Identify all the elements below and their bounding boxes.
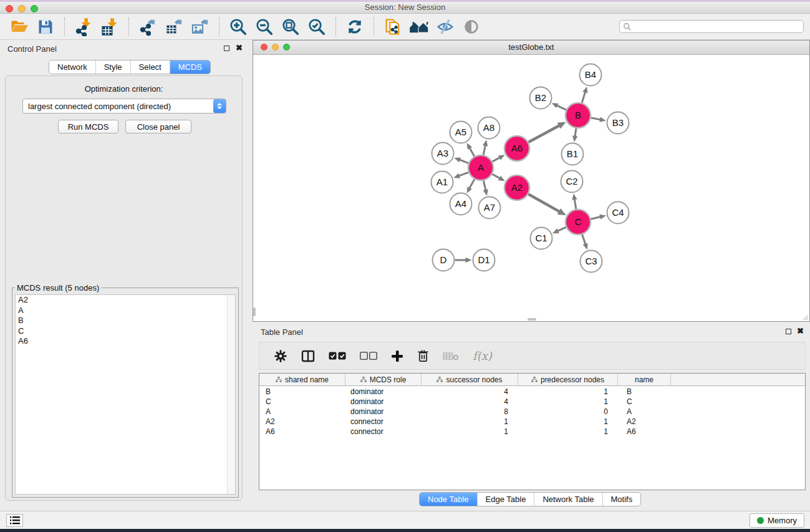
graph-edge[interactable] [528, 194, 560, 212]
graph-edge[interactable] [483, 181, 486, 191]
graph-node-B2[interactable]: B2 [530, 87, 552, 109]
table-row[interactable]: A2connector11A2 [259, 417, 805, 427]
column-header-shared-name[interactable]: shared name [259, 374, 345, 385]
table-cell[interactable]: 8 [422, 407, 518, 417]
graph-node-A[interactable]: A [468, 155, 493, 180]
graph-node-B3[interactable]: B3 [607, 112, 629, 134]
tab-node-table[interactable]: Node Table [420, 493, 477, 506]
split-view-icon[interactable] [301, 347, 315, 365]
tab-edge-table[interactable]: Edge Table [477, 493, 534, 506]
control-panel-close-icon[interactable]: ✖ [236, 45, 243, 51]
table-cell[interactable]: C [618, 397, 671, 407]
graph-node-A2[interactable]: A2 [504, 175, 529, 200]
graph-edge[interactable] [557, 227, 566, 231]
graph-node-A7[interactable]: A7 [479, 197, 501, 219]
delete-column-icon[interactable] [417, 347, 429, 365]
close-window-button[interactable] [6, 5, 13, 12]
criterion-dropdown[interactable]: largest connected component (directed) [22, 99, 226, 114]
zoom-in-icon[interactable] [228, 17, 248, 37]
import-table-icon[interactable] [100, 17, 120, 37]
graph-edge[interactable] [591, 216, 601, 219]
table-settings-icon[interactable] [274, 347, 287, 365]
table-cell[interactable]: 1 [518, 397, 618, 407]
graph-node-C4[interactable]: C4 [607, 202, 629, 224]
graph-node-A4[interactable]: A4 [450, 193, 472, 215]
graph-edge[interactable] [591, 118, 601, 120]
mcds-result-list[interactable]: A2ABCA6 [15, 294, 236, 495]
zoom-out-icon[interactable] [254, 17, 274, 37]
table-panel-float-icon[interactable] [786, 329, 791, 334]
graph-edge[interactable] [469, 179, 475, 189]
graph-edge[interactable] [574, 198, 576, 209]
tab-network[interactable]: Network [49, 60, 95, 74]
graph-edge[interactable] [582, 235, 586, 245]
column-header-predecessor-nodes[interactable]: predecessor nodes [518, 374, 618, 385]
result-item[interactable]: C [16, 326, 235, 337]
graph-node-B1[interactable]: B1 [562, 143, 584, 165]
task-history-button[interactable] [6, 514, 23, 527]
open-session-icon[interactable] [9, 17, 29, 37]
close-panel-button[interactable]: Close panel [125, 120, 191, 133]
graph-edge[interactable] [556, 105, 566, 110]
table-cell[interactable]: dominator [345, 397, 422, 407]
column-header-MCDS-role[interactable]: MCDS role [345, 374, 422, 385]
graphics-details-icon[interactable] [461, 17, 481, 37]
node-table[interactable]: shared nameMCDS rolesuccessor nodesprede… [259, 373, 806, 490]
graph-edge[interactable] [469, 147, 474, 157]
graph-node-D1[interactable]: D1 [473, 249, 495, 271]
network-minimize-button[interactable] [272, 44, 279, 51]
minimize-window-button[interactable] [18, 5, 26, 12]
graph-edge[interactable] [459, 160, 469, 163]
table-cell[interactable]: 1 [422, 417, 518, 427]
graph-node-C2[interactable]: C2 [561, 171, 583, 193]
table-cell[interactable]: B [618, 387, 671, 397]
graph-edge[interactable] [582, 91, 586, 103]
search-input[interactable] [632, 22, 803, 31]
table-cell[interactable]: 0 [518, 407, 618, 417]
graph-edge[interactable] [492, 174, 500, 178]
tab-style[interactable]: Style [95, 60, 130, 74]
tab-mcds[interactable]: MCDS [170, 60, 210, 74]
table-cell[interactable]: A [618, 407, 671, 417]
zoom-selected-icon[interactable] [307, 17, 327, 37]
control-panel-float-icon[interactable] [224, 46, 229, 51]
graph-node-A5[interactable]: A5 [450, 122, 472, 143]
deselect-all-icon[interactable] [360, 347, 377, 365]
graph-node-A8[interactable]: A8 [478, 117, 500, 139]
network-maximize-button[interactable] [283, 44, 290, 51]
home-icon[interactable] [409, 17, 429, 37]
table-cell[interactable]: dominator [345, 387, 422, 397]
table-row[interactable]: A6connector11A6 [259, 427, 805, 437]
table-cell[interactable]: B [259, 387, 345, 397]
graph-node-A1[interactable]: A1 [432, 172, 453, 193]
graph-node-D[interactable]: D [433, 249, 455, 271]
memory-button[interactable]: Memory [750, 513, 804, 528]
result-item[interactable]: A6 [16, 336, 235, 347]
table-panel-close-icon[interactable]: ✖ [797, 328, 804, 334]
graph-edge[interactable] [458, 172, 469, 176]
tab-select[interactable]: Select [130, 60, 170, 74]
select-all-icon[interactable] [329, 347, 346, 365]
table-cell[interactable]: 4 [422, 387, 518, 397]
column-header-successor-nodes[interactable]: successor nodes [422, 374, 518, 385]
table-row[interactable]: Cdominator41C [259, 397, 805, 407]
maximize-window-button[interactable] [31, 5, 38, 12]
result-list-scrollbar[interactable] [227, 295, 235, 494]
table-cell[interactable]: 4 [422, 397, 518, 407]
export-image-icon[interactable] [190, 17, 210, 37]
table-cell[interactable]: dominator [345, 407, 422, 417]
duplicate-network-icon[interactable] [383, 17, 403, 37]
table-cell[interactable]: connector [345, 417, 422, 427]
graph-node-B4[interactable]: B4 [580, 64, 602, 86]
result-item[interactable]: B [16, 316, 235, 326]
zoom-fit-icon[interactable] [281, 17, 301, 37]
export-table-icon[interactable] [164, 17, 184, 37]
graph-edge[interactable] [528, 125, 560, 142]
hide-annotations-icon[interactable] [435, 17, 455, 37]
table-row[interactable]: Adominator80A [259, 407, 805, 417]
table-cell[interactable]: A [259, 407, 345, 417]
graph-node-C3[interactable]: C3 [581, 251, 602, 273]
network-vertical-scrollbar[interactable] [253, 307, 256, 316]
function-builder-icon[interactable]: f(x) [473, 347, 492, 365]
network-canvas[interactable]: AA6A2BCA1A3A4A5A7A8B1B2B3B4C1C2C3C4DD1 [253, 55, 809, 321]
